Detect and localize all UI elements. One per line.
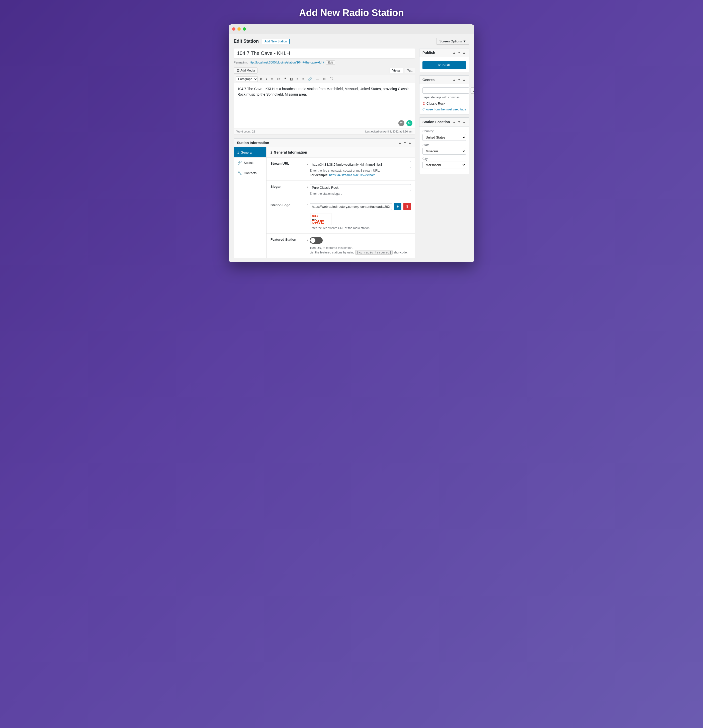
fullscreen-editor-button[interactable]: ⛶ xyxy=(328,77,334,82)
publish-collapse-button[interactable]: ▲ xyxy=(462,51,466,55)
slogan-hint: Enter the station slogan. xyxy=(310,192,411,195)
slogan-label: Slogan xyxy=(271,184,305,188)
featured-toggle[interactable]: ✕ xyxy=(310,237,323,244)
logo-delete-button[interactable]: 🗑 xyxy=(403,203,411,210)
align-right-button[interactable]: ≡ xyxy=(301,77,306,82)
tab-general-label: General xyxy=(241,150,252,155)
grammarly-icon: G xyxy=(406,120,412,126)
city-select[interactable]: Marshfield xyxy=(422,162,466,168)
link-icon: 🔗 xyxy=(238,160,242,165)
stream-url-input[interactable] xyxy=(310,161,411,168)
station-info-down-button[interactable]: ▼ xyxy=(403,140,407,145)
genres-widget-body: Add Separate tags with commas ⊗ Classic … xyxy=(419,84,469,114)
chevron-down-icon: ▼ xyxy=(463,39,466,43)
add-media-button[interactable]: 🖼 Add Media xyxy=(234,68,258,74)
visual-tab[interactable]: Visual xyxy=(390,68,403,73)
blockquote-button[interactable]: ❝ xyxy=(282,77,288,82)
genre-hint: Separate tags with commas xyxy=(422,95,466,99)
table-button[interactable]: ⊞ xyxy=(321,77,327,82)
close-dot[interactable] xyxy=(232,27,235,30)
align-left-button[interactable]: ◧ xyxy=(288,77,294,82)
location-widget-body: Country: United States State: Missouri C… xyxy=(419,127,469,174)
edit-station-title: Edit Station Add New Station xyxy=(234,39,290,44)
content-layout: Permalink: http://localhost:3000/plugins… xyxy=(234,48,469,258)
sidebar-column: Publish ▲ ▼ ▲ Publish Genres xyxy=(419,48,469,258)
wrench-icon: 🔧 xyxy=(238,171,242,175)
station-info-controls: ▲ ▼ ▲ xyxy=(398,140,412,145)
bold-button[interactable]: B xyxy=(258,77,264,82)
example-url-link[interactable]: https://i4.streams.ovh:8352/stream xyxy=(329,173,375,177)
minimize-dot[interactable] xyxy=(238,27,241,30)
stream-url-label: Stream URL xyxy=(271,161,305,165)
editor-footer: Word count: 22 Last edited on April 3, 2… xyxy=(234,128,415,134)
svg-text:104.7: 104.7 xyxy=(312,215,318,218)
tab-socials-label: Socials xyxy=(244,161,254,165)
genres-title: Genres xyxy=(422,78,435,82)
tab-socials[interactable]: 🔗 Socials xyxy=(234,157,266,168)
genres-widget: Genres ▲ ▼ ▲ Add Separate tags with comm… xyxy=(419,75,469,114)
stream-url-hint: Enter the live shoutcast, icecast or mp3… xyxy=(310,169,411,172)
featured-hint1: Turn ON, to featured this station. xyxy=(310,246,411,250)
genre-input[interactable] xyxy=(422,87,469,94)
location-down-button[interactable]: ▼ xyxy=(457,120,461,124)
general-info-title: General Information xyxy=(274,150,307,155)
align-center-button[interactable]: ≡ xyxy=(295,77,300,82)
genre-most-used-link[interactable]: Choose from the most used tags xyxy=(422,108,466,111)
station-info-up-button[interactable]: ▲ xyxy=(398,140,402,145)
slogan-input[interactable] xyxy=(310,184,411,191)
location-widget-header: Station Location ▲ ▼ ▲ xyxy=(419,118,469,127)
permalink-url[interactable]: http://localhost:3000/plugins/station/10… xyxy=(249,61,324,64)
genre-remove-icon[interactable]: ⊗ xyxy=(422,101,425,105)
tab-contacts[interactable]: 🔧 Contacts xyxy=(234,168,266,178)
station-logo-field: + 🗑 xyxy=(310,203,411,230)
genres-collapse-button[interactable]: ▲ xyxy=(462,78,466,82)
station-logo-row: Station Logo : + 🗑 xyxy=(267,199,415,234)
tab-contacts-label: Contacts xyxy=(244,171,256,175)
genre-add-button[interactable]: Add xyxy=(471,87,474,94)
cave-logo-image: 104.7 THE CAVE PURE CLASSIC ROCK xyxy=(310,213,332,225)
logo-input-row: + 🗑 xyxy=(310,203,411,210)
publish-widget-header: Publish ▲ ▼ ▲ xyxy=(419,48,469,57)
stream-url-row: Stream URL : Enter the live shoutcast, i… xyxy=(267,157,415,181)
station-information-box: Station Information ▲ ▼ ▲ ℹ General xyxy=(234,138,415,258)
stream-url-field: Enter the live shoutcast, icecast or mp3… xyxy=(310,161,411,177)
add-new-station-button[interactable]: Add New Station xyxy=(262,39,290,44)
logo-add-button[interactable]: + xyxy=(394,203,401,210)
tab-general[interactable]: ℹ General xyxy=(234,147,266,157)
genres-up-button[interactable]: ▲ xyxy=(452,78,456,82)
genre-tag-label: Classic Rock xyxy=(426,102,445,105)
screen-options-label: Screen Options xyxy=(439,39,462,43)
text-tab[interactable]: Text xyxy=(404,68,415,73)
post-title-input[interactable] xyxy=(234,48,415,58)
italic-button[interactable]: I xyxy=(265,77,269,82)
publish-up-button[interactable]: ▲ xyxy=(452,51,456,55)
publish-down-button[interactable]: ▼ xyxy=(457,51,461,55)
location-up-button[interactable]: ▲ xyxy=(452,120,456,124)
unordered-list-button[interactable]: ≡ xyxy=(269,77,275,82)
publish-button[interactable]: Publish xyxy=(422,61,466,69)
shortcode-tag: [wp_radio_featured] xyxy=(355,250,393,255)
editor-format-bar: Paragraph B I ≡ 1≡ ❝ ◧ ≡ ≡ 🔗 — ⊞ ⛶ xyxy=(234,75,415,83)
editor-content[interactable]: 104.7 The Cave - KKLH is a broadcast rad… xyxy=(234,83,415,128)
permalink-edit-button[interactable]: Edit xyxy=(326,61,335,65)
country-select[interactable]: United States xyxy=(422,134,466,141)
location-collapse-button[interactable]: ▲ xyxy=(462,120,466,124)
state-select[interactable]: Missouri xyxy=(422,148,466,155)
editor-box: Paragraph B I ≡ 1≡ ❝ ◧ ≡ ≡ 🔗 — ⊞ ⛶ xyxy=(234,75,415,135)
station-logo-input[interactable] xyxy=(310,203,392,210)
titlebar xyxy=(229,25,474,34)
screen-options-button[interactable]: Screen Options ▼ xyxy=(436,38,469,45)
editor-text: 104.7 The Cave - KKLH is a broadcast rad… xyxy=(238,86,411,97)
station-info-collapse-button[interactable]: ▲ xyxy=(408,140,412,145)
last-edited: Last edited on April 3, 2022 at 5:56 am xyxy=(365,130,412,133)
fullscreen-dot[interactable] xyxy=(243,27,246,30)
link-button[interactable]: 🔗 xyxy=(306,77,314,82)
more-button[interactable]: — xyxy=(314,77,321,82)
edit-station-label: Edit Station xyxy=(234,39,259,44)
country-label: Country: xyxy=(422,130,466,133)
ordered-list-button[interactable]: 1≡ xyxy=(275,77,282,82)
word-icon: W xyxy=(398,120,405,126)
format-select[interactable]: Paragraph xyxy=(236,76,258,82)
genres-down-button[interactable]: ▼ xyxy=(457,78,461,82)
station-location-widget: Station Location ▲ ▼ ▲ Country: United S… xyxy=(419,117,469,174)
